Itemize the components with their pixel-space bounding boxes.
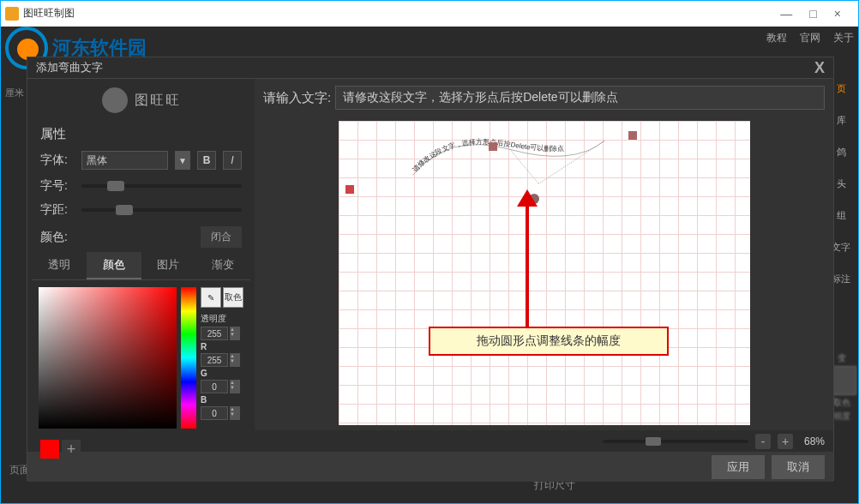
zoom-slider[interactable] bbox=[603, 440, 748, 443]
size-label: 字号: bbox=[40, 178, 75, 194]
font-label: 字体: bbox=[40, 153, 75, 168]
font-dropdown-icon[interactable]: ▼ bbox=[175, 151, 190, 170]
b-input[interactable] bbox=[201, 406, 228, 420]
minimize-button[interactable]: — bbox=[780, 7, 792, 21]
g-label: G bbox=[201, 369, 209, 378]
opacity-label: 透明度 bbox=[201, 313, 243, 325]
app-icon bbox=[5, 7, 19, 21]
menu-website[interactable]: 官网 bbox=[800, 31, 820, 45]
top-menu: 教程 官网 关于 bbox=[766, 31, 854, 45]
dialog-title: 添加弯曲文字 bbox=[36, 60, 103, 75]
opacity-spinner[interactable]: ▲▼ bbox=[230, 327, 240, 340]
anchor-end[interactable] bbox=[628, 131, 637, 140]
apply-button[interactable]: 应用 bbox=[712, 455, 765, 479]
size-slider[interactable] bbox=[81, 184, 242, 188]
tab-image[interactable]: 图片 bbox=[141, 252, 196, 279]
dialog-close-button[interactable]: X bbox=[814, 59, 825, 77]
text-input-field[interactable] bbox=[335, 86, 825, 110]
window-title: 图旺旺制图 bbox=[23, 6, 75, 21]
b-label: B bbox=[201, 395, 209, 405]
tab-color[interactable]: 颜色 bbox=[87, 252, 141, 279]
font-select[interactable]: 黑体 bbox=[81, 151, 168, 170]
color-gradient-picker[interactable] bbox=[39, 287, 177, 429]
swatch-red[interactable] bbox=[40, 440, 59, 459]
tab-gradient[interactable]: 渐变 bbox=[195, 252, 250, 279]
g-input[interactable] bbox=[201, 380, 228, 393]
zoom-out-button[interactable]: - bbox=[755, 434, 771, 449]
brand-logo bbox=[102, 87, 128, 113]
brand-name: 图旺旺 bbox=[135, 92, 181, 110]
g-spinner[interactable]: ▲▼ bbox=[230, 380, 240, 393]
b-spinner[interactable]: ▲▼ bbox=[230, 406, 240, 420]
anchor-mid[interactable] bbox=[489, 142, 497, 151]
text-input-label: 请输入文字: bbox=[263, 90, 331, 106]
swatch-add-button[interactable]: + bbox=[62, 440, 81, 459]
hint-callout: 拖动圆形点调整线条的幅度 bbox=[429, 327, 669, 356]
r-label: R bbox=[201, 342, 209, 351]
r-input[interactable] bbox=[201, 353, 228, 367]
italic-button[interactable]: I bbox=[223, 151, 242, 170]
curved-text-dialog: 添加弯曲文字 X 图旺旺 属性 字体: bbox=[27, 57, 834, 481]
canvas-area: 请修改这段文字，选择方形点后按Delete可以删除点 bbox=[255, 117, 833, 430]
eyedropper-button[interactable]: ✎ bbox=[201, 287, 221, 308]
close-path-button[interactable]: 闭合 bbox=[201, 226, 242, 248]
bold-button[interactable]: B bbox=[197, 151, 216, 170]
r-spinner[interactable]: ▲▼ bbox=[230, 353, 240, 367]
anchor-start[interactable] bbox=[345, 185, 354, 194]
spacing-slider[interactable] bbox=[81, 208, 242, 212]
menu-tutorial[interactable]: 教程 bbox=[766, 31, 787, 45]
tab-transparent[interactable]: 透明 bbox=[32, 252, 87, 279]
ruler-unit: 厘米 bbox=[5, 87, 24, 99]
titlebar: 图旺旺制图 — □ × bbox=[1, 1, 858, 27]
cancel-button[interactable]: 取消 bbox=[772, 455, 825, 479]
spacing-label: 字距: bbox=[40, 202, 75, 218]
properties-panel: 图旺旺 属性 字体: 黑体 ▼ B I 字号: bbox=[27, 79, 255, 452]
canvas[interactable]: 请修改这段文字，选择方形点后按Delete可以删除点 bbox=[339, 121, 750, 425]
section-title: 属性 bbox=[32, 122, 250, 147]
maximize-button[interactable]: □ bbox=[809, 7, 816, 21]
color-label: 颜色: bbox=[40, 230, 75, 245]
opacity-input[interactable] bbox=[201, 327, 228, 340]
hue-slider[interactable] bbox=[181, 287, 196, 429]
arrow-shaft bbox=[526, 202, 529, 327]
zoom-value: 68% bbox=[804, 435, 825, 447]
zoom-in-button[interactable]: + bbox=[778, 434, 793, 449]
picker-label-button[interactable]: 取色 bbox=[223, 287, 243, 308]
close-button[interactable]: × bbox=[834, 7, 841, 21]
menu-about[interactable]: 关于 bbox=[833, 31, 854, 45]
